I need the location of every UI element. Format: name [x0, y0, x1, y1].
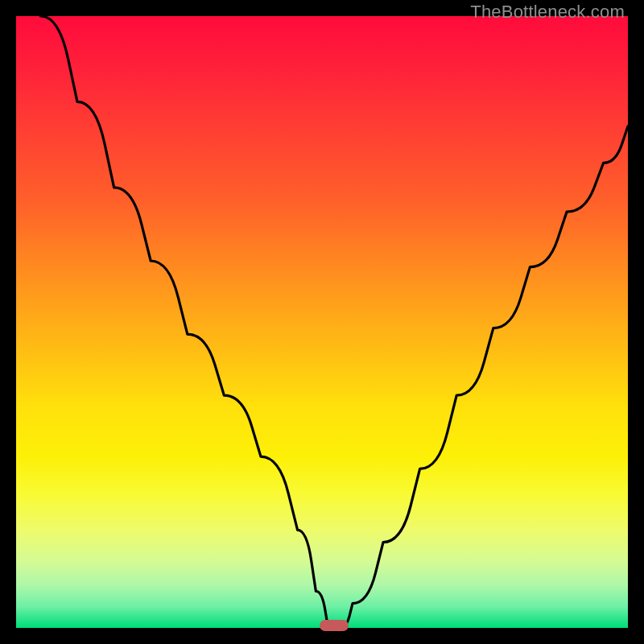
chart-frame: TheBottleneck.com: [0, 0, 644, 644]
watermark-label: TheBottleneck.com: [470, 2, 625, 23]
optimum-marker: [320, 620, 349, 631]
bottleneck-curve: [16, 16, 628, 628]
